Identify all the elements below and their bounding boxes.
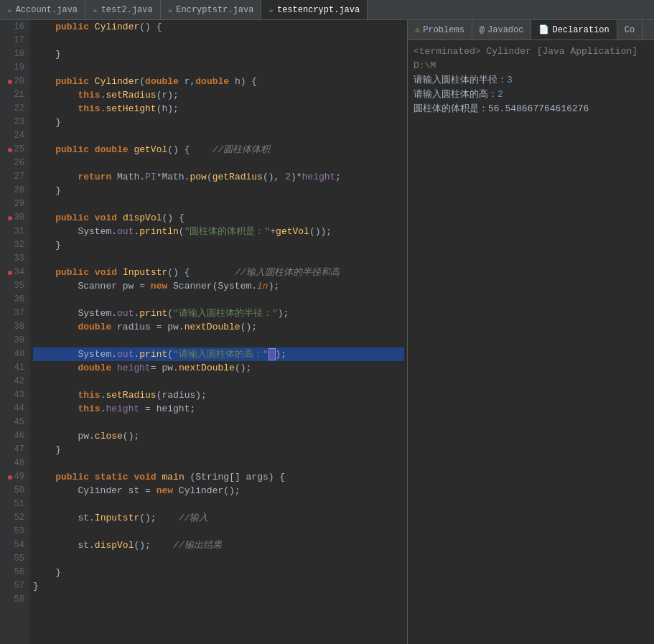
right-panel: ⚠ Problems @ Javadoc 📄 Declaration Co <t… — [408, 20, 654, 644]
line-46: 46 — [6, 429, 24, 443]
line-29: 29 — [6, 197, 24, 211]
code-line-44: this.height = height; — [33, 402, 404, 416]
code-line-54: st.dispVol(); //输出结果 — [33, 538, 404, 552]
javadoc-icon: @ — [480, 25, 485, 35]
code-line-16: public Cylinder() { — [33, 20, 404, 34]
code-line-38: double radius = pw.nextDouble(); — [33, 320, 404, 334]
code-line-31: System.out.println("圆柱体的体积是："+getVol()); — [33, 225, 404, 238]
co-label: Co — [625, 25, 635, 35]
tab-encryptstr-java[interactable]: ☕ Encryptstr.java — [161, 0, 262, 19]
console-text-2: 请输入圆柱体的高： — [414, 89, 497, 100]
code-line-32: } — [33, 238, 404, 252]
code-lines-content[interactable]: public Cylinder() { } public Cylinder(do… — [30, 20, 407, 644]
line-16: 16 — [6, 20, 24, 34]
console-line-3: 圆柱体的体积是：56.548667764616276 — [414, 102, 648, 116]
code-line-28: } — [33, 184, 404, 197]
right-tab-bar: ⚠ Problems @ Javadoc 📄 Declaration Co — [408, 20, 654, 40]
code-line-19 — [33, 61, 404, 75]
tab-problems[interactable]: ⚠ Problems — [408, 20, 472, 39]
code-line-34: public void Inputstr() { //输入圆柱体的半径和高 — [33, 266, 404, 279]
tab-bar: ☕ Account.java ☕ test2.java ☕ Encryptstr… — [0, 0, 654, 20]
tab-co[interactable]: Co — [617, 20, 643, 39]
console-output: <terminated> Cylinder [Java Application]… — [408, 40, 654, 644]
code-line-37: System.out.print("请输入圆柱体的半径："); — [33, 307, 404, 320]
javadoc-label: Javadoc — [487, 25, 523, 35]
console-value-2: 2 — [497, 89, 503, 100]
tab-label: test2.java — [101, 5, 153, 15]
code-content[interactable]: 16 17 18 19 20 21 22 23 24 25 26 27 28 2… — [0, 20, 407, 644]
tab-testencrypt-java[interactable]: ☕ testencrypt.java — [261, 0, 368, 19]
code-line-50: Cylinder st = new Cylinder(); — [33, 484, 404, 498]
line-58: 58 — [6, 593, 24, 607]
code-line-43: this.setRadius(radius); — [33, 388, 404, 402]
tab-declaration[interactable]: 📄 Declaration — [531, 20, 617, 39]
line-30: 30 — [6, 211, 24, 225]
line-23: 23 — [6, 116, 24, 129]
code-line-41: double height= pw.nextDouble(); — [33, 361, 404, 375]
java-icon: ☕ — [7, 5, 12, 14]
code-line-20: public Cylinder(double r,double h) { — [33, 75, 404, 88]
tab-account-java[interactable]: ☕ Account.java — [0, 0, 85, 19]
line-24: 24 — [6, 129, 24, 143]
line-42: 42 — [6, 375, 24, 388]
line-43: 43 — [6, 388, 24, 402]
line-33: 33 — [6, 252, 24, 266]
line-36: 36 — [6, 293, 24, 307]
code-line-23: } — [33, 116, 404, 129]
line-55: 55 — [6, 552, 24, 566]
line-52: 52 — [6, 511, 24, 525]
line-41: 41 — [6, 361, 24, 375]
code-line-47: } — [33, 443, 404, 457]
line-44: 44 — [6, 402, 24, 416]
line-50: 50 — [6, 484, 24, 498]
line-40: 40 — [6, 347, 24, 361]
line-48: 48 — [6, 457, 24, 470]
code-line-26 — [33, 157, 404, 170]
code-line-25: public double getVol() { //圆柱体体积 — [33, 143, 404, 157]
line-37: 37 — [6, 307, 24, 320]
line-54: 54 — [6, 538, 24, 552]
code-line-57: } — [33, 579, 404, 593]
line-21: 21 — [6, 88, 24, 102]
code-line-27: return Math.PI*Math.pow(getRadius(), 2)*… — [33, 170, 404, 184]
warning-icon: ⚠ — [415, 24, 420, 35]
code-line-46: pw.close(); — [33, 429, 404, 443]
code-line-18: } — [33, 47, 404, 61]
line-32: 32 — [6, 238, 24, 252]
code-line-45 — [33, 416, 404, 429]
code-line-52: st.Inputstr(); //输入 — [33, 511, 404, 525]
code-line-40: System.out.print("请输入圆柱体的高：" ); — [33, 347, 404, 361]
line-38: 38 — [6, 320, 24, 334]
code-line-21: this.setRadius(r); — [33, 88, 404, 102]
tab-javadoc[interactable]: @ Javadoc — [472, 20, 532, 39]
line-27: 27 — [6, 170, 24, 184]
line-56: 56 — [6, 566, 24, 579]
line-49: 49 — [6, 470, 24, 484]
console-terminated-line: <terminated> Cylinder [Java Application]… — [414, 45, 648, 73]
code-line-51 — [33, 498, 404, 511]
line-18: 18 — [6, 47, 24, 61]
tab-label: Encryptstr.java — [176, 5, 253, 15]
code-line-17 — [33, 34, 404, 47]
code-line-35: Scanner pw = new Scanner(System.in); — [33, 279, 404, 293]
console-text-1: 请输入圆柱体的半径： — [414, 75, 507, 85]
line-57: 57 — [6, 579, 24, 593]
line-51: 51 — [6, 498, 24, 511]
code-line-53 — [33, 525, 404, 538]
console-line-2: 请输入圆柱体的高：2 — [414, 88, 648, 102]
code-panel: 16 17 18 19 20 21 22 23 24 25 26 27 28 2… — [0, 20, 408, 644]
code-line-33 — [33, 252, 404, 266]
code-line-29 — [33, 197, 404, 211]
code-line-24 — [33, 129, 404, 143]
console-value-1: 3 — [507, 75, 513, 85]
java-icon: ☕ — [168, 5, 173, 14]
declaration-icon: 📄 — [538, 24, 549, 35]
declaration-label: Declaration — [552, 25, 609, 35]
code-line-30: public void dispVol() { — [33, 211, 404, 225]
line-28: 28 — [6, 184, 24, 197]
tab-test2-java[interactable]: ☕ test2.java — [85, 0, 161, 19]
code-line-55 — [33, 552, 404, 566]
line-31: 31 — [6, 225, 24, 238]
line-numbers: 16 17 18 19 20 21 22 23 24 25 26 27 28 2… — [0, 20, 30, 644]
problems-label: Problems — [423, 25, 464, 35]
